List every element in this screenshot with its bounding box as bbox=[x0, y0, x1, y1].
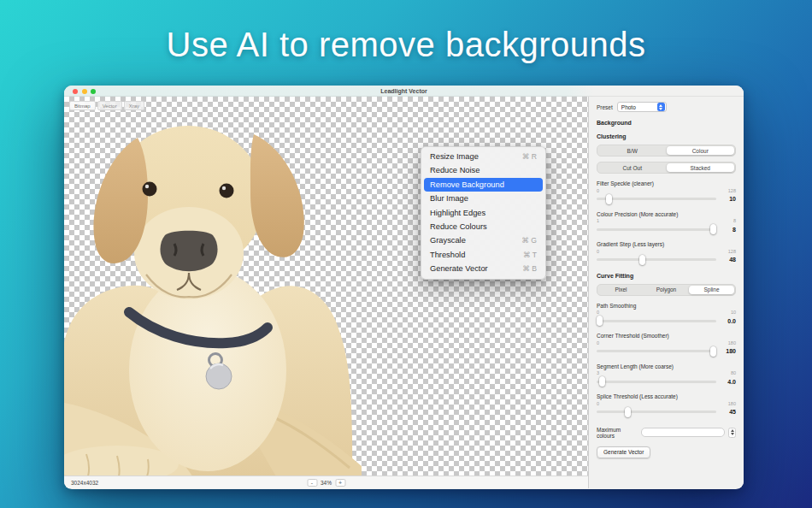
slider-thumb[interactable] bbox=[710, 346, 716, 357]
zoom-out-button[interactable]: - bbox=[307, 479, 317, 487]
slider-thumb[interactable] bbox=[599, 376, 605, 387]
slider-value: 45 bbox=[721, 409, 736, 415]
context-menu: Resize Image ⌘ R Reduce Noise Remove Bac… bbox=[421, 146, 546, 280]
shortcut-label: ⌘ R bbox=[522, 150, 537, 163]
slider-path-smoothing: Path Smoothing 010 0.0 bbox=[597, 303, 736, 327]
image-dimensions: 3024x4032 bbox=[71, 480, 98, 486]
menu-item-reduce-noise[interactable]: Reduce Noise bbox=[424, 163, 543, 177]
maximum-colours-stepper[interactable] bbox=[728, 428, 736, 438]
segmented-cutout-stacked: Cut Out Stacked bbox=[597, 162, 736, 174]
menu-item-blur-image[interactable]: Blur Image bbox=[424, 192, 543, 205]
slider-track[interactable] bbox=[597, 258, 716, 261]
zoom-in-button[interactable]: + bbox=[335, 479, 345, 487]
segmented-curve-fitting: Pixel Polygon Spline bbox=[597, 284, 736, 296]
tab-bitmap[interactable]: Bitmap bbox=[69, 101, 96, 110]
window-titlebar[interactable]: Leadlight Vector bbox=[64, 86, 744, 97]
slider-thumb[interactable] bbox=[639, 255, 645, 265]
slider-corner-threshold: Corner Threshold (Smoother) 0180 180 bbox=[597, 333, 736, 357]
segment-cutout[interactable]: Cut Out bbox=[598, 163, 667, 172]
slider-segment-length: Segment Length (More coarse) 380 4.0 bbox=[597, 363, 736, 387]
segment-spline[interactable]: Spline bbox=[689, 286, 734, 294]
slider-track[interactable] bbox=[597, 198, 716, 200]
slider-thumb[interactable] bbox=[710, 224, 716, 234]
menu-item-resize-image[interactable]: Resize Image ⌘ R bbox=[424, 150, 543, 163]
preset-select[interactable]: Photo bbox=[617, 102, 667, 112]
slider-colour-precision: Colour Precision (More accurate) 18 8 bbox=[597, 211, 736, 235]
maximum-colours-input[interactable] bbox=[641, 428, 725, 437]
tab-vector[interactable]: Vector bbox=[97, 101, 122, 110]
preset-label: Preset bbox=[597, 104, 613, 110]
curve-fitting-heading: Curve Fitting bbox=[597, 273, 736, 279]
slider-track[interactable] bbox=[597, 228, 716, 231]
menu-item-remove-background[interactable]: Remove Background bbox=[424, 178, 543, 192]
menu-item-grayscale[interactable]: Grayscale ⌘ G bbox=[424, 233, 543, 247]
background-heading: Background bbox=[597, 120, 736, 126]
tab-xray[interactable]: Xray bbox=[124, 101, 144, 110]
slider-thumb[interactable] bbox=[597, 316, 603, 326]
slider-value: 180 bbox=[721, 348, 736, 354]
menu-item-reduce-colours[interactable]: Reduce Colours bbox=[424, 220, 543, 233]
preset-value: Photo bbox=[621, 104, 636, 110]
slider-splice-threshold: Splice Threshold (Less accurate) 0180 45 bbox=[597, 393, 736, 417]
segment-bw[interactable]: B/W bbox=[598, 146, 667, 155]
segment-pixel[interactable]: Pixel bbox=[598, 286, 644, 294]
window-title: Leadlight Vector bbox=[64, 86, 744, 97]
zoom-control: - 34% + bbox=[307, 479, 345, 487]
headline: Use AI to remove backgrounds bbox=[0, 26, 812, 64]
settings-panel: Preset Photo Background Clustering B/W C… bbox=[588, 97, 744, 488]
segment-colour[interactable]: Colour bbox=[667, 146, 735, 155]
slider-value: 0.0 bbox=[721, 318, 736, 324]
preset-stepper-icon[interactable] bbox=[657, 103, 665, 111]
status-bar: 3024x4032 - 34% + bbox=[64, 476, 588, 488]
segment-stacked[interactable]: Stacked bbox=[667, 163, 735, 172]
image-canvas[interactable]: Bitmap Vector Xray bbox=[64, 97, 588, 488]
view-mode-tabs: Bitmap Vector Xray bbox=[69, 101, 144, 110]
clustering-heading: Clustering bbox=[597, 133, 736, 139]
desktop-background: Use AI to remove backgrounds Leadlight V… bbox=[0, 0, 812, 508]
slider-value: 8 bbox=[721, 227, 736, 233]
slider-track[interactable] bbox=[597, 411, 716, 413]
slider-filter-speckle: Filter Speckle (cleaner) 0128 10 bbox=[597, 180, 736, 204]
slider-value: 4.0 bbox=[721, 379, 736, 385]
zoom-level: 34% bbox=[321, 480, 332, 486]
preset-row: Preset Photo bbox=[597, 102, 736, 112]
dog-image bbox=[64, 114, 363, 476]
slider-track[interactable] bbox=[597, 320, 716, 322]
slider-thumb[interactable] bbox=[606, 194, 612, 204]
slider-value: 48 bbox=[721, 257, 736, 263]
generate-vector-button[interactable]: Generate Vector bbox=[597, 446, 650, 458]
maximum-colours-row: Maximum colours bbox=[597, 427, 736, 439]
slider-value: 10 bbox=[721, 196, 736, 202]
maximum-colours-label: Maximum colours bbox=[597, 427, 638, 439]
menu-item-threshold[interactable]: Threshold ⌘ T bbox=[424, 248, 543, 262]
segment-polygon[interactable]: Polygon bbox=[644, 286, 689, 294]
menu-item-highlight-edges[interactable]: Highlight Edges bbox=[424, 206, 543, 220]
slider-track[interactable] bbox=[597, 381, 716, 383]
slider-track[interactable] bbox=[597, 350, 716, 352]
menu-item-generate-vector[interactable]: Generate Vector ⌘ B bbox=[424, 262, 543, 275]
slider-thumb[interactable] bbox=[625, 407, 631, 417]
slider-gradient-step: Gradient Step (Less layers) 0128 48 bbox=[597, 241, 736, 265]
segmented-bw-colour: B/W Colour bbox=[597, 145, 736, 157]
app-window: Leadlight Vector Bitmap Vector Xray bbox=[64, 86, 744, 489]
